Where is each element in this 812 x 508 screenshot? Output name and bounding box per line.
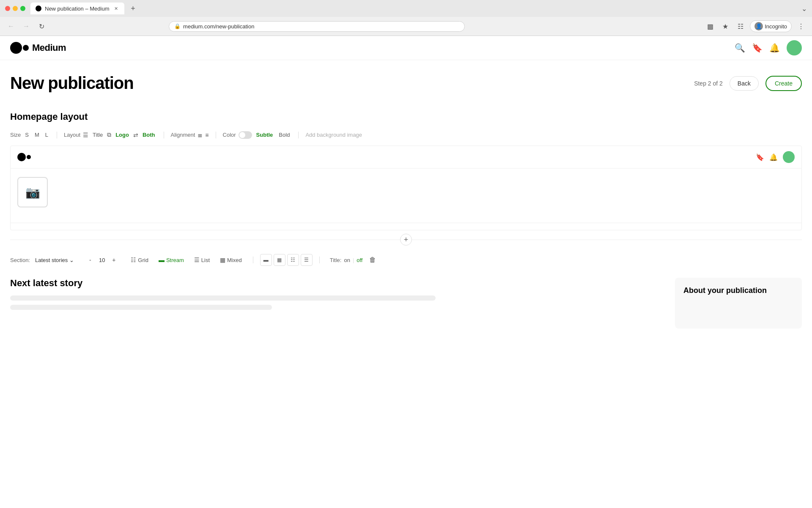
preview-bell-icon: 🔔 xyxy=(769,153,778,161)
layout-split-btn[interactable]: ▦ xyxy=(274,254,285,266)
next-story-title: Next latest story xyxy=(10,278,665,289)
preview-avatar xyxy=(783,151,795,163)
incognito-label: Incognito xyxy=(765,23,787,30)
preview-logo-big xyxy=(17,153,26,161)
section-separator-2 xyxy=(319,257,320,263)
section-separator-1 xyxy=(253,257,253,263)
layout-logo[interactable]: Logo xyxy=(114,131,131,139)
layout-grid-btn[interactable]: ☷ xyxy=(287,254,299,266)
medium-logo-icon xyxy=(10,42,29,54)
story-placeholder-line-1 xyxy=(10,295,436,301)
traffic-lights xyxy=(5,6,25,11)
view-mixed[interactable]: ▦ Mixed xyxy=(216,255,246,265)
tab-close-button[interactable]: ✕ xyxy=(112,5,119,12)
color-group: Color Subtle Bold xyxy=(223,131,292,139)
forward-nav-button[interactable]: → xyxy=(20,20,32,32)
separator-4 xyxy=(298,132,299,138)
url-text: medium.com/new-publication xyxy=(183,23,254,30)
active-tab[interactable]: New publication – Medium ✕ xyxy=(30,3,124,14)
homepage-layout-title: Homepage layout xyxy=(0,111,812,122)
preview-area: 🔖 🔔 📷 xyxy=(10,146,802,230)
separator-2 xyxy=(164,132,164,138)
bookmark-star-icon[interactable]: ★ xyxy=(719,20,731,32)
color-label: Color xyxy=(223,132,236,138)
preview-divider xyxy=(11,223,801,223)
address-bar[interactable]: 🔒 medium.com/new-publication xyxy=(169,21,465,32)
layout-group: Layout ☰ Title ⧉ Logo ⇄ Both xyxy=(64,131,157,139)
notification-icon[interactable]: 🔔 xyxy=(769,43,780,53)
layout-both-icon: ⇄ xyxy=(133,132,138,138)
incognito-badge[interactable]: 👤 Incognito xyxy=(750,20,792,32)
layout-single-btn[interactable]: ▬ xyxy=(260,254,272,266)
bookmark-icon[interactable]: 🔖 xyxy=(752,43,763,53)
cast-icon[interactable]: ▩ xyxy=(704,20,716,32)
medium-logo[interactable]: Medium xyxy=(10,42,66,54)
view-list-label: List xyxy=(201,257,210,263)
menu-button[interactable]: ⋮ xyxy=(795,20,807,32)
view-stream-label: Stream xyxy=(166,257,184,263)
color-toggle[interactable] xyxy=(239,131,252,139)
tabs-expand-button[interactable]: ⌄ xyxy=(801,5,807,13)
color-bold[interactable]: Bold xyxy=(277,131,291,139)
add-bg-image-button[interactable]: Add background image xyxy=(305,132,362,138)
close-traffic-light[interactable] xyxy=(5,6,10,11)
view-options: ☷ Grid ▬ Stream ☰ List ▦ Mixed xyxy=(126,255,246,265)
title-off-option[interactable]: off xyxy=(357,257,362,263)
count-value: 10 xyxy=(98,257,106,263)
header-actions: 🔍 🔖 🔔 xyxy=(735,40,802,55)
preview-image-placeholder[interactable]: 📷 xyxy=(17,177,48,207)
reload-button[interactable]: ↻ xyxy=(36,20,47,32)
sidebar-widget-title: About your publication xyxy=(683,286,793,295)
size-m[interactable]: M xyxy=(33,131,41,139)
medium-logo-text: Medium xyxy=(32,42,66,53)
tab-title: New publication – Medium xyxy=(45,6,109,12)
section-dropdown[interactable]: Latest stories ⌄ xyxy=(35,257,74,263)
align-left-icon[interactable]: ≣ xyxy=(198,132,203,138)
title-label: Title: xyxy=(330,257,342,263)
color-subtle[interactable]: Subtle xyxy=(255,131,275,139)
new-tab-button[interactable]: + xyxy=(127,3,139,14)
create-button[interactable]: Create xyxy=(765,76,802,91)
delete-section-button[interactable]: 🗑 xyxy=(369,256,376,264)
stream-view-icon: ▬ xyxy=(159,257,165,263)
view-list[interactable]: ☰ List xyxy=(190,255,214,265)
section-dropdown-label: Latest stories xyxy=(35,257,68,263)
page-header: New publication Step 2 of 2 Back Create xyxy=(0,60,812,103)
section-count-controls: - 10 + xyxy=(86,256,118,264)
section-dropdown-chevron: ⌄ xyxy=(69,257,74,263)
stories-main: Next latest story xyxy=(10,278,665,329)
mixed-view-icon: ▦ xyxy=(220,257,225,263)
back-button[interactable]: Back xyxy=(730,76,759,91)
title-separator: | xyxy=(353,257,354,263)
back-nav-button[interactable]: ← xyxy=(5,20,17,32)
grid-icon[interactable]: ☷ xyxy=(735,20,746,32)
size-l[interactable]: L xyxy=(44,131,50,139)
layout-toolbar: Size S M L Layout ☰ Title ⧉ Logo ⇄ Both … xyxy=(0,131,812,139)
layout-both[interactable]: Both xyxy=(141,131,157,139)
count-plus-button[interactable]: + xyxy=(110,256,118,264)
layout-compact-btn[interactable]: ☰ xyxy=(301,254,313,266)
view-stream[interactable]: ▬ Stream xyxy=(154,255,188,265)
count-minus-button[interactable]: - xyxy=(86,256,94,264)
tab-favicon xyxy=(36,6,41,11)
add-section-button[interactable]: + xyxy=(400,234,412,246)
user-avatar[interactable] xyxy=(787,40,802,55)
medium-header: Medium 🔍 🔖 🔔 xyxy=(0,36,812,60)
browser-titlebar: New publication – Medium ✕ + ⌄ xyxy=(0,0,812,17)
search-icon[interactable]: 🔍 xyxy=(735,43,745,53)
layout-icons: ▬ ▦ ☷ ☰ xyxy=(260,254,313,266)
preview-header-actions: 🔖 🔔 xyxy=(756,151,795,163)
title-on-option[interactable]: on xyxy=(344,257,350,263)
title-controls: Title: on | off xyxy=(330,257,363,263)
size-group: Size S M L xyxy=(10,131,50,139)
layout-list-icon: ☰ xyxy=(83,132,88,138)
tab-bar: New publication – Medium ✕ + xyxy=(30,3,801,14)
align-center-icon[interactable]: ≡ xyxy=(205,132,208,138)
minimize-traffic-light[interactable] xyxy=(13,6,18,11)
view-grid[interactable]: ☷ Grid xyxy=(126,255,153,265)
section-bar: Section: Latest stories ⌄ - 10 + ☷ Grid … xyxy=(0,249,812,271)
size-s[interactable]: S xyxy=(23,131,30,139)
layout-title[interactable]: Title xyxy=(91,131,104,139)
maximize-traffic-light[interactable] xyxy=(20,6,25,11)
alignment-group: Alignment ≣ ≡ xyxy=(171,132,209,138)
